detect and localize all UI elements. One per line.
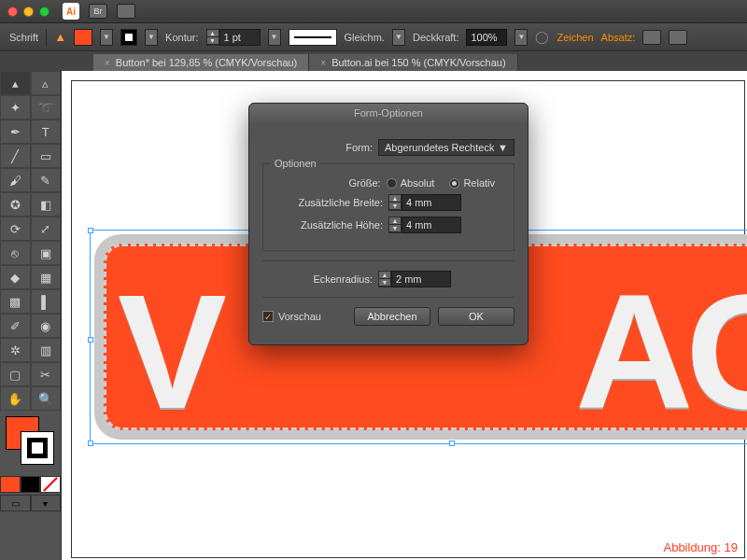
minimize-window-button[interactable] [23, 7, 34, 17]
zoom-window-button[interactable] [39, 7, 49, 17]
extra-height-label: Zusätzliche Höhe: [273, 219, 383, 231]
resize-handle[interactable] [88, 228, 93, 233]
radio-icon [449, 178, 459, 189]
rotate-tool[interactable]: ⟳ [0, 217, 31, 241]
document-tab-1[interactable]: × Button* bei 129,85 % (CMYK/Vorschau) [93, 54, 309, 71]
stroke-profile-dropdown[interactable]: ▼ [392, 29, 405, 46]
close-window-button[interactable] [7, 7, 18, 17]
corner-radius-input[interactable] [391, 271, 451, 287]
corner-radius-stepper[interactable]: ▲▼ [378, 271, 451, 287]
slice-tool[interactable]: ✂ [31, 362, 62, 386]
shape-options-dialog: Form-Optionen Form: Abgerundetes Rechtec… [248, 103, 529, 345]
stroke-profile-preview[interactable] [289, 29, 337, 46]
stroke-weight-input[interactable] [219, 29, 261, 46]
document-tab-label: Button* bei 129,85 % (CMYK/Vorschau) [116, 57, 297, 68]
shape-builder-tool[interactable]: ◆ [0, 265, 31, 289]
column-graph-tool[interactable]: ▥ [31, 338, 62, 362]
selection-tool[interactable]: ▴ [0, 71, 31, 95]
menu-schrift[interactable]: Schrift [9, 32, 38, 43]
divider [46, 29, 47, 46]
blob-brush-tool[interactable]: ✪ [0, 192, 31, 217]
document-tab-2[interactable]: × Button.ai bei 150 % (CMYK/Vorschau) [309, 54, 517, 71]
size-label: Größe: [273, 177, 381, 189]
bridge-button[interactable]: Br [89, 4, 107, 19]
extra-width-input[interactable] [402, 194, 461, 211]
eraser-tool[interactable]: ◧ [31, 192, 62, 217]
cancel-button[interactable]: Abbrechen [354, 307, 430, 326]
symbol-sprayer-tool[interactable]: ✲ [0, 338, 31, 362]
paragraph-panel-link[interactable]: Absatz: [601, 32, 636, 43]
close-tab-icon[interactable]: × [320, 58, 326, 68]
artboard-tool[interactable]: ▢ [0, 362, 31, 386]
opacity-input[interactable] [466, 29, 507, 46]
gradient-mode-button[interactable] [21, 476, 41, 493]
ok-button[interactable]: OK [438, 307, 514, 326]
extra-width-stepper[interactable]: ▲▼ [388, 194, 461, 211]
fill-swatch[interactable] [74, 29, 92, 46]
gradient-tool[interactable]: ▌ [31, 289, 62, 314]
fill-dropdown[interactable]: ▼ [100, 29, 113, 46]
divider [262, 260, 514, 261]
preview-label: Vorschau [278, 311, 321, 322]
preview-checkbox[interactable]: ✓ Vorschau [262, 311, 321, 322]
extra-height-stepper[interactable]: ▲▼ [388, 217, 461, 233]
perspective-grid-tool[interactable]: ▦ [31, 265, 62, 289]
close-tab-icon[interactable]: × [105, 58, 110, 68]
resize-handle[interactable] [88, 441, 93, 446]
radio-label: Absolut [401, 177, 435, 189]
color-mode-button[interactable] [0, 476, 21, 493]
extra-height-input[interactable] [402, 217, 461, 233]
align-left-button[interactable] [642, 30, 661, 45]
document-tab-label: Button.ai bei 150 % (CMYK/Vorschau) [331, 57, 505, 68]
change-screen-mode-button[interactable]: ▾ [31, 495, 62, 511]
shape-label: Form: [262, 142, 373, 153]
pen-tool[interactable]: ✒ [0, 119, 31, 144]
lasso-tool[interactable]: ➰ [31, 95, 62, 119]
style-icon[interactable]: ◯ [535, 30, 549, 44]
stroke-weight-stepper[interactable]: ▲▼ [206, 29, 261, 46]
resize-handle[interactable] [88, 337, 93, 343]
none-mode-button[interactable] [40, 476, 61, 493]
zoom-tool[interactable]: 🔍 [31, 386, 62, 411]
options-legend: Optionen [271, 158, 320, 169]
scale-tool[interactable]: ⤢ [31, 217, 62, 241]
blend-tool[interactable]: ◉ [31, 314, 62, 338]
width-tool[interactable]: ⎋ [0, 241, 31, 265]
stroke-dropdown[interactable]: ▼ [145, 29, 158, 46]
pencil-tool[interactable]: ✎ [31, 168, 62, 192]
opacity-dropdown[interactable]: ▼ [514, 29, 528, 46]
radio-icon [387, 178, 397, 189]
align-center-button[interactable] [669, 30, 687, 45]
magic-wand-tool[interactable]: ✦ [0, 95, 31, 119]
arrange-documents-button[interactable] [117, 4, 135, 19]
resize-handle[interactable] [449, 441, 455, 446]
extra-width-label: Zusätzliche Breite: [273, 197, 383, 208]
stroke-weight-dropdown[interactable]: ▼ [268, 29, 281, 46]
options-bar: Schrift ▲ ▼ ▼ Kontur: ▲▼ ▼ Gleichm. ▼ De… [0, 22, 747, 50]
fill-stroke-indicator[interactable] [4, 416, 57, 470]
type-tool[interactable]: T [31, 119, 62, 144]
character-panel-link[interactable]: Zeichen [557, 32, 593, 43]
stroke-swatch[interactable] [120, 29, 137, 46]
checkbox-icon: ✓ [262, 311, 274, 322]
hand-tool[interactable]: ✋ [0, 386, 31, 411]
direct-selection-tool[interactable]: ▵ [31, 71, 62, 95]
window-titlebar: Ai Br [0, 0, 747, 22]
divider [262, 297, 514, 298]
size-absolute-radio[interactable]: Absolut [387, 177, 435, 189]
figure-caption: Abbildung: 19 [663, 540, 738, 554]
chevron-down-icon: ▼ [498, 142, 508, 153]
screen-mode-button[interactable]: ▭ [0, 495, 31, 511]
stroke-label: Kontur: [165, 32, 198, 43]
rectangle-tool[interactable]: ▭ [31, 144, 62, 168]
free-transform-tool[interactable]: ▣ [31, 241, 62, 265]
paintbrush-tool[interactable]: 🖌 [0, 168, 31, 192]
mesh-tool[interactable]: ▩ [0, 289, 31, 314]
document-tabs: × Button* bei 129,85 % (CMYK/Vorschau) ×… [0, 50, 747, 71]
options-fieldset: Optionen Größe: Absolut Relativ Zusätzli… [262, 163, 514, 251]
size-relative-radio[interactable]: Relativ [449, 177, 495, 189]
stroke-color-indicator[interactable] [21, 431, 54, 465]
line-tool[interactable]: ╱ [0, 144, 31, 168]
eyedropper-tool[interactable]: ✐ [0, 314, 31, 338]
shape-select[interactable]: Abgerundetes Rechteck ▼ [378, 139, 514, 156]
